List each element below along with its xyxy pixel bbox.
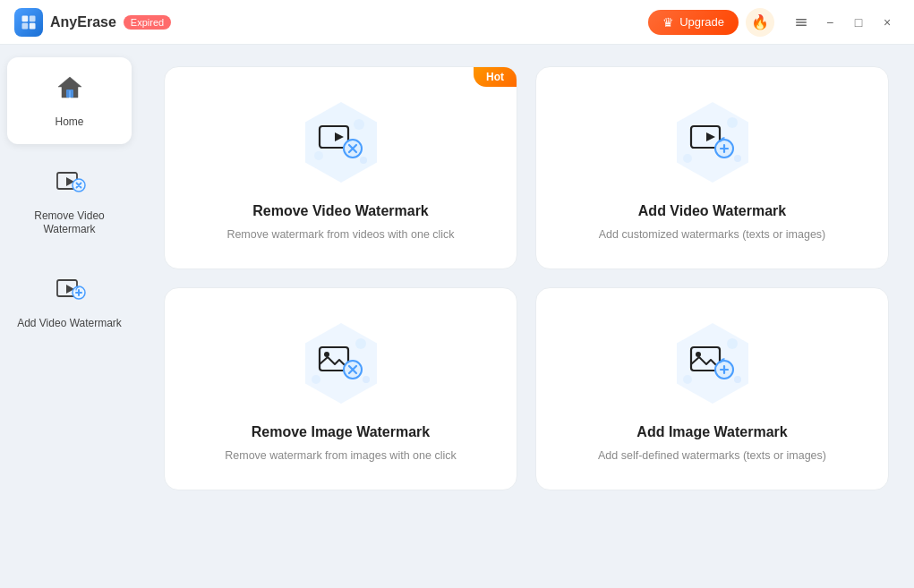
- svg-rect-5: [796, 21, 807, 23]
- svg-point-40: [696, 352, 701, 357]
- upgrade-label: Upgrade: [679, 15, 724, 29]
- card-add-image-desc: Add self-defined watermarks (texts or im…: [598, 447, 826, 464]
- card-remove-image-watermark[interactable]: Remove Image Watermark Remove watermark …: [164, 287, 517, 490]
- card-add-image-watermark[interactable]: Add Image Watermark Add self-defined wat…: [535, 287, 889, 490]
- card-add-video-desc: Add customized watermarks (texts or imag…: [599, 226, 826, 243]
- fire-icon: 🔥: [751, 13, 769, 30]
- titlebar-left: AnyErase Expired: [14, 8, 171, 37]
- sidebar-item-add-video[interactable]: Add Video Watermark: [7, 259, 132, 345]
- add-image-card-icon: [688, 339, 737, 391]
- fire-button[interactable]: 🔥: [746, 8, 774, 37]
- svg-point-33: [324, 352, 329, 357]
- add-video-card-icon: [688, 118, 737, 170]
- card-add-video-title: Add Video Watermark: [638, 203, 786, 219]
- sidebar-add-video-label: Add Video Watermark: [17, 317, 122, 331]
- sidebar-item-home[interactable]: Home: [7, 57, 132, 144]
- maximize-button[interactable]: □: [846, 10, 871, 35]
- card-remove-image-desc: Remove watermark from images with one cl…: [225, 447, 456, 464]
- card-add-video-watermark[interactable]: Add Video Watermark Add customized water…: [535, 66, 889, 269]
- remove-video-icon-wrap: [292, 99, 390, 189]
- card-remove-video-title: Remove Video Watermark: [252, 203, 429, 219]
- sidebar-remove-video-label: Remove Video Watermark: [16, 209, 123, 237]
- card-add-image-title: Add Image Watermark: [636, 424, 787, 440]
- remove-video-card-icon: [317, 118, 365, 170]
- sidebar: Home Remove Video Watermark: [0, 45, 139, 588]
- svg-rect-6: [796, 24, 807, 26]
- close-button[interactable]: ×: [875, 10, 900, 35]
- content-area: Hot: [139, 45, 914, 588]
- svg-rect-7: [66, 89, 73, 98]
- card-remove-video-watermark[interactable]: Hot: [164, 66, 517, 269]
- hot-badge: Hot: [474, 67, 517, 87]
- add-video-icon-wrap: [663, 99, 762, 189]
- menu-button[interactable]: [789, 10, 814, 35]
- sidebar-home-label: Home: [55, 115, 83, 130]
- add-image-icon-wrap: [663, 320, 762, 410]
- sidebar-item-remove-video[interactable]: Remove Video Watermark: [7, 151, 132, 251]
- svg-rect-3: [30, 22, 36, 29]
- app-logo: [14, 8, 43, 37]
- upgrade-button[interactable]: ♛ Upgrade: [648, 10, 739, 35]
- remove-image-card-icon: [317, 339, 365, 391]
- app-name: AnyErase: [50, 14, 116, 30]
- card-remove-image-title: Remove Image Watermark: [252, 424, 431, 440]
- svg-rect-4: [796, 19, 807, 21]
- svg-rect-0: [22, 15, 29, 21]
- card-remove-video-desc: Remove watermark from videos with one cl…: [226, 226, 454, 243]
- remove-video-icon: [54, 166, 86, 204]
- svg-marker-19: [335, 132, 344, 141]
- remove-image-icon-wrap: [292, 320, 390, 410]
- cards-grid: Hot: [164, 66, 889, 490]
- minimize-button[interactable]: −: [817, 10, 842, 35]
- main-layout: Home Remove Video Watermark: [0, 45, 914, 588]
- svg-rect-2: [22, 22, 29, 29]
- home-icon: [54, 72, 86, 110]
- svg-marker-26: [706, 132, 715, 141]
- titlebar-right: ♛ Upgrade 🔥 − □ ×: [648, 8, 900, 37]
- titlebar: AnyErase Expired ♛ Upgrade 🔥 − □ ×: [0, 0, 914, 45]
- crown-icon: ♛: [662, 15, 674, 30]
- window-controls: − □ ×: [789, 10, 900, 35]
- add-video-icon: [54, 273, 86, 311]
- svg-rect-1: [30, 15, 36, 21]
- expired-badge: Expired: [124, 15, 171, 30]
